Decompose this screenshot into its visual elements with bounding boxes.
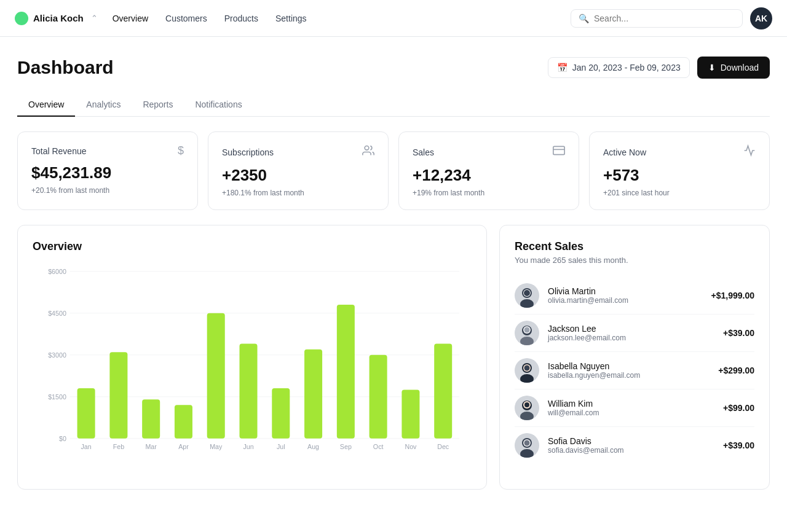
nav-link-settings[interactable]: Settings — [275, 14, 307, 23]
sale-amount: +$39.00 — [723, 440, 754, 450]
nav-link-products[interactable]: Products — [224, 14, 258, 23]
download-label: Download — [721, 63, 759, 72]
chart-title: Overview — [33, 240, 472, 253]
sale-item: Olivia Martin olivia.martin@email.com +$… — [515, 277, 754, 315]
sale-amount: +$1,999.00 — [711, 291, 754, 300]
stat-label-revenue: Total Revenue — [31, 146, 87, 156]
sale-amount: +$39.00 — [723, 328, 754, 338]
svg-rect-1 — [553, 146, 564, 154]
tab-notifications[interactable]: Notifications — [184, 93, 253, 117]
sale-avatar — [515, 433, 539, 458]
stat-card-revenue: Total Revenue $ $45,231.89 +20.1% from l… — [17, 131, 198, 210]
tab-reports[interactable]: Reports — [132, 93, 184, 117]
svg-text:Mar: Mar — [145, 443, 157, 450]
tabs: Overview Analytics Reports Notifications — [17, 93, 770, 117]
stat-sub-sales: +19% from last month — [413, 189, 565, 197]
bar-chart: $0$1500$3000$4500$6000JanFebMarAprMayJun… — [33, 265, 472, 474]
dollar-icon: $ — [178, 144, 184, 157]
svg-text:Apr: Apr — [178, 443, 189, 450]
sale-info: Sofia Davis sofia.davis@email.com — [548, 436, 714, 455]
activity-icon — [743, 144, 756, 160]
svg-rect-21 — [207, 313, 225, 439]
svg-text:Oct: Oct — [373, 443, 384, 450]
sale-avatar — [515, 283, 539, 308]
svg-point-56 — [524, 402, 529, 407]
svg-text:Aug: Aug — [307, 443, 319, 450]
svg-point-61 — [524, 440, 530, 446]
stat-label-sales: Sales — [413, 147, 434, 157]
stat-cards: Total Revenue $ $45,231.89 +20.1% from l… — [17, 131, 770, 210]
page-title: Dashboard — [17, 57, 114, 78]
avatar[interactable]: AK — [750, 7, 772, 29]
stat-card-sales: Sales +12,234 +19% from last month — [398, 131, 579, 210]
svg-rect-15 — [109, 352, 127, 439]
download-button[interactable]: ⬇ Download — [697, 57, 770, 79]
svg-rect-17 — [142, 399, 160, 438]
search-input[interactable] — [594, 14, 735, 23]
sale-info: Olivia Martin olivia.martin@email.com — [548, 286, 703, 305]
svg-rect-33 — [401, 389, 419, 438]
stat-label-active: Active Now — [603, 147, 646, 157]
brand-chevron-icon[interactable]: ⌃ — [91, 14, 98, 23]
recent-sales-subtitle: You made 265 sales this month. — [515, 256, 754, 265]
bottom-section: Overview $0$1500$3000$4500$6000JanFebMar… — [17, 225, 770, 490]
sale-email: sofia.davis@email.com — [548, 446, 714, 455]
sale-name: Jackson Lee — [548, 324, 714, 334]
brand-logo — [15, 12, 28, 25]
svg-text:Sep: Sep — [340, 443, 352, 450]
svg-text:$1500: $1500 — [48, 393, 66, 401]
sale-name: Sofia Davis — [548, 436, 714, 446]
svg-text:$0: $0 — [59, 435, 66, 442]
stat-label-subscriptions: Subscriptions — [222, 147, 274, 157]
sale-avatar — [515, 358, 539, 383]
recent-sales-title: Recent Sales — [515, 240, 754, 253]
stat-sub-active: +201 since last hour — [603, 189, 756, 197]
stat-value-active: +573 — [603, 166, 756, 185]
tab-analytics[interactable]: Analytics — [75, 93, 132, 117]
sale-email: olivia.martin@email.com — [548, 296, 703, 305]
sale-item: Jackson Lee jackson.lee@email.com +$39.0… — [515, 315, 754, 352]
page-header: Dashboard 📅 Jan 20, 2023 - Feb 09, 2023 … — [17, 57, 770, 79]
nav-links: Overview Customers Products Settings — [113, 14, 571, 23]
sale-item: Sofia Davis sofia.davis@email.com +$39.0… — [515, 427, 754, 464]
stat-value-subscriptions: +2350 — [222, 166, 374, 185]
date-range-button[interactable]: 📅 Jan 20, 2023 - Feb 09, 2023 — [548, 57, 690, 78]
svg-rect-31 — [370, 355, 387, 439]
svg-rect-25 — [272, 388, 290, 439]
stat-value-sales: +12,234 — [413, 166, 565, 185]
download-icon: ⬇ — [708, 63, 716, 72]
sale-email: isabella.nguyen@email.com — [548, 371, 710, 380]
stat-card-active: Active Now +573 +201 since last hour — [589, 131, 770, 210]
header-actions: 📅 Jan 20, 2023 - Feb 09, 2023 ⬇ Download — [548, 57, 770, 79]
date-range-label: Jan 20, 2023 - Feb 09, 2023 — [572, 63, 681, 72]
svg-text:Jun: Jun — [243, 443, 253, 450]
tab-overview[interactable]: Overview — [17, 93, 75, 117]
sale-amount: +$99.00 — [723, 403, 754, 413]
nav-link-customers[interactable]: Customers — [165, 14, 207, 23]
svg-text:May: May — [210, 443, 223, 450]
chart-area: $0$1500$3000$4500$6000JanFebMarAprMayJun… — [33, 265, 472, 474]
stat-sub-revenue: +20.1% from last month — [31, 186, 184, 195]
nav-link-overview[interactable]: Overview — [113, 14, 148, 23]
chart-card: Overview $0$1500$3000$4500$6000JanFebMar… — [17, 225, 487, 490]
main-content: Dashboard 📅 Jan 20, 2023 - Feb 09, 2023 … — [0, 37, 787, 509]
nav-right: 🔍 AK — [571, 7, 772, 29]
svg-point-0 — [365, 146, 369, 151]
svg-point-51 — [524, 366, 530, 371]
sale-item: Isabella Nguyen isabella.nguyen@email.co… — [515, 352, 754, 389]
sale-avatar — [515, 396, 539, 420]
sale-info: Isabella Nguyen isabella.nguyen@email.co… — [548, 361, 710, 380]
stat-sub-subscriptions: +180.1% from last month — [222, 189, 374, 197]
sale-name: William Kim — [548, 399, 714, 409]
recent-sales-card: Recent Sales You made 265 sales this mon… — [499, 225, 770, 490]
svg-text:$4500: $4500 — [48, 310, 66, 317]
calendar-icon: 📅 — [557, 63, 568, 72]
svg-point-46 — [524, 327, 530, 333]
brand: Alicia Koch ⌃ — [15, 12, 98, 25]
stat-card-subscriptions: Subscriptions +2350 +180.1% from last mo… — [208, 131, 389, 210]
sales-list: Olivia Martin olivia.martin@email.com +$… — [515, 277, 754, 464]
card-icon — [553, 144, 565, 160]
svg-rect-27 — [304, 350, 322, 439]
svg-rect-19 — [175, 405, 192, 438]
svg-text:Nov: Nov — [405, 443, 417, 450]
